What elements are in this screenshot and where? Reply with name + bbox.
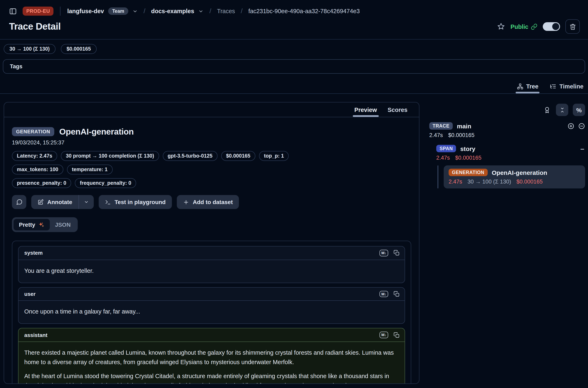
breadcrumb-divider bbox=[60, 7, 61, 16]
tab-scores-label: Scores bbox=[387, 107, 407, 113]
breadcrumb-traces[interactable]: Traces bbox=[217, 8, 235, 14]
generation-type-badge: GENERATION bbox=[449, 169, 488, 176]
max-tokens-badge: max_tokens: 100 bbox=[12, 165, 63, 174]
messages-container: system M↓ You are a great storyteller. bbox=[12, 241, 411, 384]
plus-icon bbox=[183, 199, 189, 205]
tab-scores[interactable]: Scores bbox=[387, 107, 407, 117]
tab-timeline[interactable]: Timeline bbox=[549, 83, 585, 93]
generation-metrics: 2.47s 30 → 100 (Σ 130) $0.000165 bbox=[449, 179, 580, 185]
temperature-badge: temperature: 1 bbox=[67, 165, 113, 174]
markdown-toggle-icon[interactable]: M↓ bbox=[380, 291, 388, 297]
trace-type-badge: TRACE bbox=[429, 122, 453, 130]
test-in-playground-button[interactable]: Test in playground bbox=[98, 195, 172, 209]
breadcrumb-trace-id: fac231bc-90ee-490a-aa32-78c4269474e3 bbox=[248, 8, 360, 14]
tree-node-trace[interactable]: TRACE main bbox=[429, 122, 585, 130]
add-to-dataset-label: Add to dataset bbox=[193, 199, 233, 205]
generation-tokens: 30 → 100 (Σ 130) bbox=[468, 179, 511, 185]
assistant-paragraph-2: At the heart of Lumina stood the towerin… bbox=[24, 372, 399, 384]
trace-metrics: 2.47s $0.000165 bbox=[429, 132, 585, 138]
copy-icon[interactable] bbox=[393, 332, 400, 338]
generation-latency: 2.47s bbox=[449, 179, 462, 185]
observation-card: Preview Scores GENERATION OpenAI-generat… bbox=[4, 102, 419, 384]
breadcrumb-separator: / bbox=[239, 7, 244, 15]
edit-icon bbox=[37, 199, 44, 205]
format-json[interactable]: JSON bbox=[49, 219, 76, 230]
public-link[interactable]: Public bbox=[511, 23, 537, 30]
cost-badge: $0.000165 bbox=[221, 151, 255, 161]
pretty-label: Pretty bbox=[19, 221, 35, 228]
collapse-node-icon[interactable]: – bbox=[580, 145, 585, 152]
generation-cost: $0.000165 bbox=[517, 179, 543, 185]
markdown-toggle-icon[interactable]: M↓ bbox=[380, 250, 388, 256]
active-tab-indicator bbox=[515, 92, 540, 93]
frequency-penalty-badge: frequency_penalty: 0 bbox=[75, 178, 136, 188]
terminal-icon bbox=[105, 199, 111, 205]
trace-name: main bbox=[457, 122, 471, 129]
content: Preview Scores GENERATION OpenAI-generat… bbox=[0, 102, 588, 384]
comment-icon bbox=[16, 199, 23, 205]
award-icon[interactable] bbox=[543, 105, 551, 115]
link-icon bbox=[531, 23, 537, 30]
metrics-toggle-button[interactable]: % bbox=[573, 104, 585, 116]
span-name: story bbox=[460, 145, 475, 152]
view-tabs: Tree Timeline bbox=[0, 83, 588, 94]
tree-node-generation-selected[interactable]: GENERATION OpenAI-generation 2.47s 30 → … bbox=[444, 165, 585, 189]
presence-penalty-badge: presence_penalty: 0 bbox=[12, 178, 71, 188]
public-toggle[interactable] bbox=[543, 22, 560, 31]
cost-badge: $0.000165 bbox=[61, 44, 97, 54]
tab-preview-label: Preview bbox=[354, 107, 377, 113]
tab-preview[interactable]: Preview bbox=[354, 107, 377, 117]
observation-type-badge: GENERATION bbox=[12, 127, 54, 136]
trace-tree-panel: % TRACE main 2 bbox=[419, 102, 588, 189]
sparkles-icon bbox=[38, 221, 44, 228]
page-title: Trace Detail bbox=[9, 21, 61, 32]
annotate-split-button: Annotate bbox=[31, 195, 93, 209]
public-label: Public bbox=[511, 23, 528, 30]
fold-vertical-icon bbox=[559, 107, 565, 113]
trace-cost: $0.000165 bbox=[448, 132, 475, 138]
observation-badges-row2: presence_penalty: 0 frequency_penalty: 0 bbox=[12, 178, 308, 188]
format-pretty[interactable]: Pretty bbox=[14, 219, 49, 230]
observation-badges-row1: Latency: 2.47s 30 prompt → 100 completio… bbox=[12, 151, 308, 174]
breadcrumb-project[interactable]: docs-examples bbox=[151, 8, 194, 14]
tree-node-span[interactable]: SPAN story – 2.47s $0.000165 GENERATION bbox=[436, 145, 585, 189]
message-role: user bbox=[24, 291, 36, 297]
chevron-down-icon[interactable] bbox=[132, 8, 138, 14]
panel-tabs: Preview Scores bbox=[4, 102, 419, 117]
assistant-paragraph-1: There existed a majestic planet called L… bbox=[24, 348, 399, 367]
sidebar-toggle-icon[interactable] bbox=[9, 7, 17, 15]
collapse-icon[interactable] bbox=[578, 122, 585, 129]
percent-icon: % bbox=[576, 106, 582, 113]
span-metrics: 2.47s $0.000165 bbox=[436, 155, 585, 161]
add-to-dataset-button[interactable]: Add to dataset bbox=[177, 195, 239, 209]
collapse-all-button[interactable] bbox=[556, 104, 568, 116]
message-system: system M↓ You are a great storyteller. bbox=[18, 246, 405, 283]
trash-icon bbox=[569, 23, 576, 30]
message-user: user M↓ Once upon a time in a galaxy far… bbox=[18, 287, 405, 324]
copy-icon[interactable] bbox=[393, 291, 400, 297]
star-icon[interactable] bbox=[497, 23, 505, 30]
markdown-toggle-icon[interactable]: M↓ bbox=[380, 332, 388, 338]
timeline-icon bbox=[550, 83, 557, 90]
expand-all-icon[interactable] bbox=[567, 122, 574, 129]
annotate-dropdown-button[interactable] bbox=[79, 195, 93, 209]
copy-icon[interactable] bbox=[393, 250, 400, 256]
annotate-button[interactable]: Annotate bbox=[31, 195, 78, 209]
tags-box[interactable]: Tags bbox=[3, 59, 585, 74]
delete-trace-button[interactable] bbox=[565, 19, 580, 34]
tab-tree[interactable]: Tree bbox=[515, 83, 540, 93]
trace-tree: TRACE main 2.47s $0.000165 bbox=[429, 122, 585, 189]
token-usage-badge: 30 → 100 (Σ 130) bbox=[4, 44, 55, 54]
chevron-down-icon bbox=[84, 199, 89, 204]
tree-icon bbox=[517, 83, 523, 90]
message-role: system bbox=[24, 250, 43, 256]
tab-timeline-label: Timeline bbox=[559, 83, 584, 90]
playground-label: Test in playground bbox=[114, 199, 165, 205]
token-usage-badge: 30 prompt → 100 completion (Σ 130) bbox=[61, 151, 159, 161]
comment-button[interactable] bbox=[12, 195, 26, 209]
trace-badges: 30 → 100 (Σ 130) $0.000165 bbox=[4, 44, 588, 54]
observation-body: GENERATION OpenAI-generation 19/03/2024,… bbox=[4, 117, 419, 384]
environment-badge: PROD-EU bbox=[23, 7, 54, 16]
chevron-down-icon[interactable] bbox=[198, 8, 204, 14]
breadcrumb-org[interactable]: langfuse-dev bbox=[67, 8, 104, 14]
